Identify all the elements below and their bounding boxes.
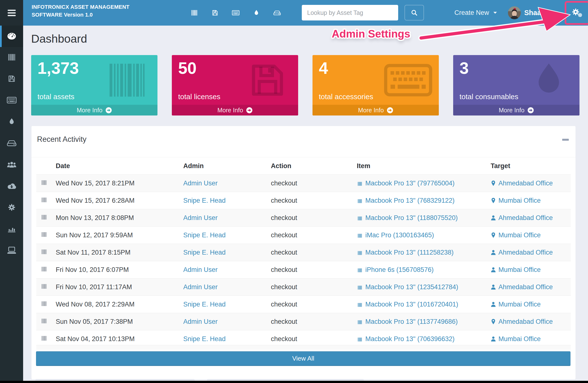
item-link[interactable]: Macbook Pro 13" (1188075520) <box>357 214 458 222</box>
cell-action: checkout <box>267 296 352 313</box>
more-info-link[interactable]: More Info <box>453 105 580 115</box>
admin-link[interactable]: Snipe E. Head <box>183 249 226 256</box>
app-window: INFOTRONICX ASSET MANAGEMENT SOFTWARE Ve… <box>0 0 588 383</box>
arrow-circle-right-icon <box>387 107 393 113</box>
cell-date: Sun Nov 05, 2017 7:38PM <box>51 313 179 330</box>
stat-card: 50 total licenses More Info <box>172 55 298 115</box>
item-link[interactable]: Macbook Pro 13" (1235412784) <box>357 283 458 291</box>
collapse-button[interactable] <box>562 139 569 141</box>
barcode-icon <box>41 214 47 220</box>
asset-tag-search-input[interactable] <box>302 5 398 21</box>
cogs-icon <box>572 8 583 18</box>
keyboard-icon[interactable] <box>232 9 239 16</box>
sidebar-item-licenses[interactable] <box>0 68 23 90</box>
column-header: Target <box>486 158 571 175</box>
barcode-icon <box>41 336 47 341</box>
cell-date: Wed Nov 15, 2017 8:21PM <box>51 175 179 192</box>
cell-action: checkout <box>267 226 352 244</box>
search-button[interactable] <box>404 5 424 21</box>
tachometer-icon <box>7 32 17 41</box>
item-link[interactable]: Macbook Pro 13" (706396632) <box>357 335 455 342</box>
target-link[interactable]: Ahmedabad Office <box>491 318 553 325</box>
save-icon[interactable] <box>211 9 219 16</box>
clipped-table-row <box>36 345 571 350</box>
admin-link[interactable]: Admin User <box>183 318 218 325</box>
stat-card: 3 total consumables More Info <box>453 55 580 115</box>
cell-action: checkout <box>267 209 352 226</box>
barcode-icon <box>7 53 17 62</box>
item-link[interactable]: iPhone 6s (156708576) <box>357 266 434 273</box>
item-link[interactable]: Macbook Pro 13" (797765004) <box>357 180 455 187</box>
sidebar-item-assets[interactable] <box>0 47 23 68</box>
cell-date: Fri Nov 10, 2017 6:07PM <box>51 261 179 278</box>
cell-date: Fri Nov 10, 2017 11:17AM <box>51 278 179 296</box>
sidebar-item-components[interactable] <box>0 133 23 154</box>
sidebar-item-requestable[interactable] <box>0 240 23 261</box>
item-link[interactable]: Macbook Pro 13" (1137749686) <box>357 318 458 325</box>
barcode-icon <box>357 249 365 256</box>
admin-link[interactable]: Admin User <box>183 180 218 187</box>
target-link[interactable]: Ahmedabad Office <box>491 283 553 291</box>
create-new-dropdown[interactable]: Create New <box>454 0 497 25</box>
target-link[interactable]: Mumbai Office <box>491 197 541 204</box>
item-link[interactable]: Macbook Pro 13" (111258238) <box>357 249 454 256</box>
sidebar-item-accessories[interactable] <box>0 90 23 111</box>
admin-link[interactable]: Admin User <box>183 214 218 222</box>
target-link[interactable]: Ahmedabad Office <box>491 180 553 187</box>
admin-link[interactable]: Snipe E. Head <box>183 301 226 308</box>
item-link[interactable]: Macbook Pro 13" (768329122) <box>357 197 455 204</box>
barcode-icon[interactable] <box>190 9 198 16</box>
column-header: Action <box>267 158 352 175</box>
sidebar-item-consumables[interactable] <box>0 111 23 133</box>
target-link[interactable]: Ahmedabad Office <box>491 214 553 222</box>
barcode-icon <box>41 197 47 203</box>
barcode-icon <box>357 231 365 239</box>
sidebar-item-dashboard[interactable] <box>0 25 23 47</box>
target-link[interactable]: Mumbai Office <box>491 335 541 342</box>
more-info-link[interactable]: More Info <box>31 105 157 115</box>
user-name[interactable]: Shaan <box>524 9 546 17</box>
barcode-icon <box>41 301 47 307</box>
target-link[interactable]: Mumbai Office <box>491 266 541 273</box>
map-marker-icon <box>491 318 498 325</box>
window-bottom-edge <box>0 381 588 383</box>
admin-link[interactable]: Snipe E. Head <box>183 335 226 342</box>
barcode-icon <box>357 266 365 273</box>
target-link[interactable]: Mumbai Office <box>491 231 541 239</box>
admin-link[interactable]: Snipe E. Head <box>183 231 226 239</box>
map-marker-icon <box>491 197 498 204</box>
sidebar-item-settings[interactable] <box>0 197 23 219</box>
admin-link[interactable]: Admin User <box>183 283 218 291</box>
item-link[interactable]: iMac Pro (1300163465) <box>357 231 434 239</box>
cloud-download-icon <box>7 182 17 191</box>
barcode-icon <box>41 318 47 324</box>
navbar-quick-links <box>190 0 281 25</box>
view-all-button[interactable]: View All <box>36 351 570 366</box>
target-link[interactable]: Ahmedabad Office <box>491 249 553 256</box>
column-header: Date <box>51 158 179 175</box>
table-header-row: Date Admin Action Item Target <box>36 158 571 175</box>
below-fold-panel-edge <box>207 379 364 381</box>
sidebar-item-people[interactable] <box>0 154 23 176</box>
item-link[interactable]: Macbook Pro 13" (1016720401) <box>357 301 458 308</box>
below-fold-panel-edge <box>35 379 195 381</box>
user-chevron-down-icon[interactable] <box>556 11 560 14</box>
sidebar-item-import[interactable] <box>0 176 23 197</box>
user-icon <box>491 266 498 273</box>
sidebar-item-reports[interactable] <box>0 219 23 240</box>
barcode-icon <box>357 335 365 342</box>
recent-activity-panel: Recent Activity Date Admin Action Item T… <box>31 126 576 380</box>
more-info-link[interactable]: More Info <box>313 105 439 115</box>
admin-link[interactable]: Snipe E. Head <box>183 197 226 204</box>
avatar[interactable] <box>508 6 521 19</box>
admin-settings-button[interactable] <box>565 1 588 25</box>
sidebar-toggle-button[interactable] <box>0 0 23 25</box>
admin-link[interactable]: Admin User <box>183 266 218 273</box>
hdd-icon[interactable] <box>273 9 281 16</box>
target-link[interactable]: Mumbai Office <box>491 301 541 308</box>
more-info-link[interactable]: More Info <box>172 105 298 115</box>
tint-icon[interactable] <box>253 9 260 16</box>
cell-action: checkout <box>267 313 352 330</box>
activity-table: Date Admin Action Item Target Wed Nov 15… <box>36 158 571 347</box>
stat-value: 1,373 <box>38 58 79 77</box>
